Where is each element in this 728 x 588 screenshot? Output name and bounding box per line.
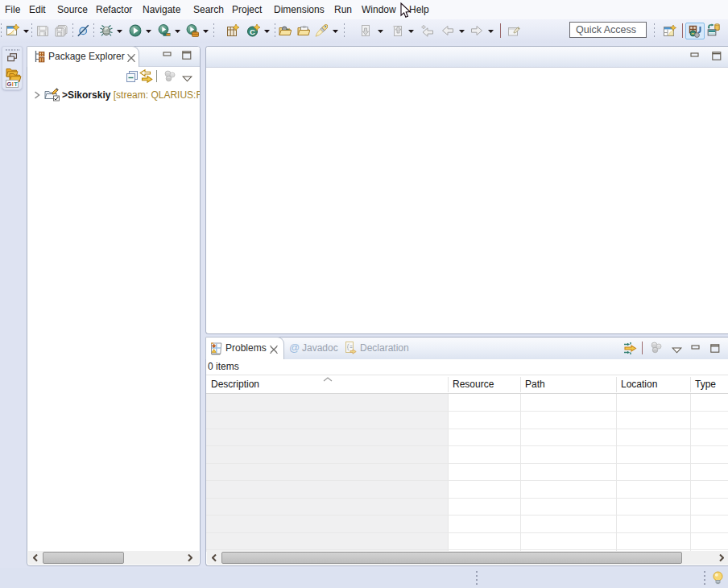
- column-type[interactable]: Type: [695, 379, 716, 390]
- column-path[interactable]: Path: [525, 379, 545, 390]
- restore-views-icon[interactable]: [7, 53, 17, 64]
- package-explorer-hscrollbar[interactable]: [28, 551, 199, 565]
- status-drag-handle[interactable]: [476, 571, 478, 586]
- previous-annotation-dropdown[interactable]: [408, 30, 414, 33]
- menu-help[interactable]: Help: [409, 0, 429, 19]
- load-workspace-button[interactable]: [279, 24, 292, 37]
- toolbar-separator: [156, 70, 157, 82]
- column-separator[interactable]: [448, 377, 449, 392]
- column-location[interactable]: Location: [621, 379, 657, 390]
- menu-window[interactable]: Window: [362, 0, 396, 19]
- collapse-all-button[interactable]: [126, 70, 139, 85]
- scroll-thumb[interactable]: [43, 552, 124, 564]
- expand-chevron-icon[interactable]: [34, 90, 40, 101]
- editor-tabstrip: [206, 47, 728, 68]
- run-dropdown[interactable]: [146, 30, 151, 33]
- scroll-thumb[interactable]: [221, 552, 682, 564]
- maximize-view-button[interactable]: [182, 51, 192, 60]
- mouse-cursor: [400, 2, 412, 22]
- menu-dimensions[interactable]: Dimensions: [274, 0, 325, 19]
- last-edit-location-button[interactable]: [421, 24, 434, 37]
- package-explorer-tab-title: Package Explorer: [48, 51, 125, 62]
- scroll-right-arrow[interactable]: [183, 551, 196, 565]
- new-java-class-button[interactable]: C: [247, 24, 260, 37]
- column-gridline: [520, 394, 521, 552]
- column-separator[interactable]: [616, 377, 617, 392]
- menu-run[interactable]: Run: [334, 0, 352, 19]
- marker-pen-dropdown[interactable]: [333, 30, 338, 33]
- open-perspective-button[interactable]: [664, 24, 676, 37]
- pin-editor-button[interactable]: [507, 24, 520, 37]
- new-java-class-dropdown[interactable]: [264, 30, 270, 33]
- external-tools-dropdown[interactable]: [203, 30, 209, 33]
- problems-view-menu-button[interactable]: [672, 345, 682, 356]
- column-gridline: [448, 394, 449, 552]
- back-dropdown[interactable]: [459, 30, 465, 33]
- status-drag-handle-right[interactable]: [704, 571, 706, 586]
- status-bar: [0, 568, 728, 588]
- problems-table-header: Description Resource Path Location Type: [206, 375, 728, 394]
- work-items-perspective-button[interactable]: [707, 23, 720, 36]
- menu-edit[interactable]: Edit: [29, 0, 46, 19]
- git-repositories-icon[interactable]: G I T: [6, 68, 23, 91]
- next-annotation-dropdown[interactable]: [378, 30, 383, 33]
- tree-item-project[interactable]: >Sikorskiy [stream: QLARIUS:FEA: [27, 87, 200, 102]
- forward-button[interactable]: [470, 24, 483, 37]
- problems-tab-close-icon[interactable]: [270, 345, 278, 356]
- new-java-project-button[interactable]: [226, 24, 239, 37]
- coverage-dropdown[interactable]: [175, 30, 180, 33]
- forward-dropdown[interactable]: [488, 30, 494, 33]
- menu-refactor[interactable]: Refactor: [96, 0, 132, 19]
- minimize-view-button[interactable]: [163, 51, 172, 60]
- new-wizard-button[interactable]: [6, 24, 19, 37]
- package-explorer-tab[interactable]: Package Explorer: [27, 46, 139, 67]
- external-tools-button[interactable]: [186, 24, 199, 37]
- column-separator[interactable]: [690, 377, 691, 392]
- sorted-column-shading: [206, 394, 448, 552]
- scroll-left-arrow[interactable]: [207, 551, 221, 565]
- new-wizard-dropdown[interactable]: [23, 30, 29, 33]
- next-annotation-button[interactable]: [360, 24, 373, 37]
- close-view-icon[interactable]: [127, 53, 135, 64]
- menu-navigate[interactable]: Navigate: [143, 0, 180, 19]
- menu-project[interactable]: Project: [232, 0, 262, 19]
- menu-search[interactable]: Search: [193, 0, 224, 19]
- problems-tab[interactable]: Problems: [205, 337, 284, 359]
- link-with-editor-button[interactable]: [139, 69, 153, 85]
- editor-maximize-button[interactable]: [712, 52, 722, 60]
- problems-minimize-button[interactable]: [691, 344, 701, 353]
- project-icon: [44, 87, 60, 104]
- filters-button[interactable]: [623, 342, 639, 358]
- editor-minimize-button[interactable]: [690, 52, 700, 60]
- column-resource[interactable]: Resource: [453, 379, 494, 390]
- skip-breakpoints-button[interactable]: [77, 24, 89, 37]
- quick-access-input[interactable]: Quick Access: [569, 22, 647, 38]
- menu-source[interactable]: Source: [57, 0, 88, 19]
- notification-lightbulb-icon[interactable]: [712, 571, 724, 587]
- column-description[interactable]: Description: [211, 379, 259, 390]
- menu-file[interactable]: File: [5, 0, 20, 19]
- column-gridline: [690, 394, 691, 552]
- marker-pen-button[interactable]: [315, 24, 328, 37]
- problems-hscrollbar[interactable]: [207, 551, 728, 565]
- back-button[interactable]: [441, 24, 454, 37]
- java-perspective-button[interactable]: [685, 23, 705, 39]
- debug-dropdown[interactable]: [117, 30, 122, 33]
- coverage-button[interactable]: [158, 24, 171, 37]
- previous-annotation-button[interactable]: [391, 24, 403, 37]
- problems-maximize-button[interactable]: [710, 344, 720, 353]
- scroll-left-arrow[interactable]: [28, 551, 42, 565]
- open-artifact-button[interactable]: [297, 24, 310, 37]
- problems-tab-title: Problems: [225, 342, 267, 354]
- run-button[interactable]: [129, 24, 142, 37]
- view-menu-button[interactable]: [182, 73, 192, 85]
- debug-button[interactable]: [100, 24, 113, 37]
- problems-table-body[interactable]: [206, 394, 728, 552]
- save-all-button[interactable]: [55, 24, 68, 37]
- fastview-drag-handle[interactable]: [6, 49, 20, 51]
- save-button[interactable]: [36, 24, 49, 37]
- scroll-right-arrow[interactable]: [714, 551, 728, 565]
- focus-task-button[interactable]: [163, 70, 176, 85]
- column-separator[interactable]: [520, 377, 521, 392]
- focus-task-button-problems[interactable]: [650, 342, 663, 357]
